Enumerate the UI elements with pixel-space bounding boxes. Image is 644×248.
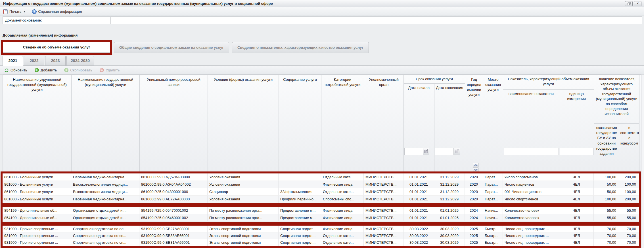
table-row[interactable]: 861000 - Больничные услугиПервичная меди… xyxy=(3,173,639,181)
table-cell[interactable]: МИНИСТЕРСТВ... xyxy=(364,232,403,239)
table-cell[interactable]: 30.03.2029 xyxy=(434,232,465,239)
table-cell[interactable]: 931900 - Прочие спортивные ... xyxy=(3,239,71,246)
table-cell[interactable]: МИНИСТЕРСТВ... xyxy=(364,207,403,214)
table-cell[interactable]: 861000 - Больничные услуги xyxy=(3,181,71,188)
table-cell[interactable]: 2025 xyxy=(465,232,483,239)
table-cell[interactable]: 2020 xyxy=(465,173,483,181)
table-cell[interactable]: По месту расположения орга... xyxy=(208,207,279,214)
table-cell[interactable]: 55,00 xyxy=(619,214,639,221)
table-cell[interactable]: 100,00 xyxy=(594,173,619,181)
table-cell[interactable]: Спортивная подготовка по ол... xyxy=(71,226,139,232)
vertical-scrollbar[interactable] xyxy=(641,75,644,248)
table-cell[interactable]: Отдельные кате... xyxy=(321,239,364,246)
table-cell[interactable]: Спортивная подготовка по сп... xyxy=(71,232,139,239)
table-cell[interactable]: Парат... xyxy=(483,173,503,181)
table-cell[interactable]: Отдельные кате... xyxy=(321,188,364,195)
table-cell[interactable]: Спортивная подгот... xyxy=(279,226,321,232)
table-cell[interactable]: Спортивная подгот... xyxy=(279,239,321,246)
table-cell[interactable]: По месту расположения орга... xyxy=(208,214,279,221)
table-cell[interactable]: Быстр... xyxy=(483,239,503,246)
table-cell[interactable]: 2020 xyxy=(465,188,483,195)
column-header-date-start[interactable]: Дата начала xyxy=(404,84,434,172)
table-cell[interactable]: Этапы спортивной подготовки xyxy=(208,226,279,232)
year-tab-2022[interactable]: 2022 xyxy=(24,56,44,66)
column-header-registry-number[interactable]: Уникальный номер реестровой записи xyxy=(140,75,208,172)
table-cell[interactable]: 2020 xyxy=(465,181,483,188)
column-group-label[interactable]: Показатель, характеризующий объем оказан… xyxy=(503,75,594,90)
column-header-value-state-task[interactable]: оказываемо государстве БУ и АУ на основа… xyxy=(594,124,619,172)
table-cell[interactable]: Спортивная подгот... xyxy=(279,232,321,239)
table-cell[interactable]: 854199 - Дополнительные об... xyxy=(3,214,71,221)
table-cell[interactable]: 30.03.2029 xyxy=(434,239,465,246)
table-cell[interactable]: Начик... xyxy=(483,214,503,221)
table-cell[interactable]: Быстр... xyxy=(483,232,503,239)
table-cell[interactable]: 861000О.99.0.АД57АА03000 xyxy=(139,173,208,181)
table-cell[interactable]: 200,00 xyxy=(619,196,639,203)
table-cell[interactable]: Парат... xyxy=(483,181,503,188)
table-cell[interactable]: 931900 - Прочие спортивные ... xyxy=(3,232,71,239)
tab-general-info[interactable]: Общие сведения о социальном заказе на ок… xyxy=(114,42,229,53)
table-cell[interactable]: 200,00 xyxy=(619,173,639,181)
table-cell[interactable]: 854199.Р.25.0.05470001002 xyxy=(139,207,208,214)
table-cell[interactable]: Организация отдыха детей и ... xyxy=(71,207,139,214)
table-cell[interactable]: 861000 - Больничные услуги xyxy=(3,196,71,203)
column-header-date-end[interactable]: Дата окончания xyxy=(434,84,465,172)
table-cell[interactable]: 30.03.2022 xyxy=(403,226,434,232)
table-cell[interactable]: Отдельные кате... xyxy=(321,232,364,239)
table-cell[interactable]: МИНИСТЕРСТВ... xyxy=(364,188,403,195)
table-cell[interactable]: Число лиц, прошедших ... xyxy=(503,226,559,232)
filter-date-end-input[interactable] xyxy=(435,148,454,155)
table-cell[interactable]: 861000 - Больничные услуги xyxy=(3,173,71,181)
table-cell[interactable]: Стационар xyxy=(208,188,279,195)
table-cell[interactable]: 01.01.2021 xyxy=(403,196,434,203)
table-cell[interactable]: 861000 - Больничные услуги xyxy=(3,188,71,195)
table-cell[interactable]: 861000О.99.0.АЕ72АА00000 xyxy=(139,196,208,203)
table-row[interactable]: 931900 - Прочие спортивные ...Спортивная… xyxy=(3,226,639,232)
table-cell[interactable]: 100,00 xyxy=(619,181,639,188)
table-cell[interactable] xyxy=(279,181,321,188)
table-cell[interactable]: ЧЕЛ xyxy=(559,181,594,188)
table-cell[interactable]: Первичная медико-санитарна... xyxy=(71,196,139,203)
table-cell[interactable]: ЧЕЛ xyxy=(559,232,594,239)
table-row[interactable]: 861000 - Больничные услугиВысокотехнолог… xyxy=(3,181,639,188)
table-cell[interactable]: Предоставление м... xyxy=(279,214,321,221)
restore-button[interactable] xyxy=(625,1,633,6)
table-row[interactable]: 931900 - Прочие спортивные ...Спортивная… xyxy=(3,232,639,239)
column-header-service-place[interactable]: Место оказания услуги xyxy=(483,75,503,172)
help-button[interactable]: ? Справочная информация xyxy=(32,9,82,14)
table-cell[interactable]: 931900О.99.0.БВ31АА66001 xyxy=(139,239,208,246)
table-cell[interactable]: ЧЕЛ xyxy=(559,188,594,195)
table-cell[interactable]: 50,00 xyxy=(594,188,619,195)
copy-button[interactable]: + Скопировать xyxy=(64,68,92,72)
table-cell[interactable]: 55,00 xyxy=(619,207,639,214)
table-cell[interactable]: 01.01.2021 xyxy=(403,173,434,181)
column-header-service-group-name[interactable]: Наименование укрупненной государственной… xyxy=(3,75,72,172)
table-cell[interactable]: 2025 xyxy=(465,226,483,232)
table-cell[interactable]: Предоставление м... xyxy=(279,207,321,214)
table-row[interactable]: 861000 - Больничные услугиВысокотехнолог… xyxy=(3,188,639,196)
table-cell[interactable]: Высокотехнологичная медици... xyxy=(71,188,139,195)
table-cell[interactable]: Отдельные кате... xyxy=(321,173,364,181)
table-row[interactable]: 854199 - Дополнительные об...Организация… xyxy=(3,207,639,214)
table-cell[interactable]: число спортсменов xyxy=(503,173,559,181)
table-cell[interactable]: Условия оказания xyxy=(208,196,279,203)
table-cell[interactable]: 55,00 xyxy=(594,214,619,221)
table-cell[interactable]: 50,00 xyxy=(594,181,619,188)
table-cell[interactable]: 01.01.2021 xyxy=(403,214,434,221)
table-cell[interactable]: Количество человек xyxy=(503,207,559,214)
table-cell[interactable]: ЧЕЛ xyxy=(559,239,594,246)
table-cell[interactable]: МИНИСТЕРСТВ... xyxy=(364,214,403,221)
table-cell[interactable]: Условия оказания xyxy=(208,181,279,188)
year-tab-2023[interactable]: 2023 xyxy=(45,56,66,66)
table-cell[interactable]: 931900О.99.0.БВ33АБ66001 xyxy=(139,232,208,239)
table-cell[interactable]: 854199 - Дополнительные об... xyxy=(3,207,71,214)
table-cell[interactable]: 931900 - Прочие спортивные ... xyxy=(3,226,71,232)
table-cell[interactable]: 70,00 xyxy=(619,226,639,232)
year-tab-2024-2030[interactable]: 2024-2030 xyxy=(66,56,94,66)
filter-indicator-name-input[interactable] xyxy=(504,148,559,155)
table-cell[interactable]: ЧЕЛ xyxy=(559,207,594,214)
column-header-indicator-name[interactable]: наименование показателя xyxy=(503,90,559,172)
table-cell[interactable]: 30.03.2022 xyxy=(403,239,434,246)
year-tab-2021[interactable]: 2021 xyxy=(3,56,23,66)
column-group-label[interactable]: Срок оказания услуги xyxy=(404,75,465,84)
